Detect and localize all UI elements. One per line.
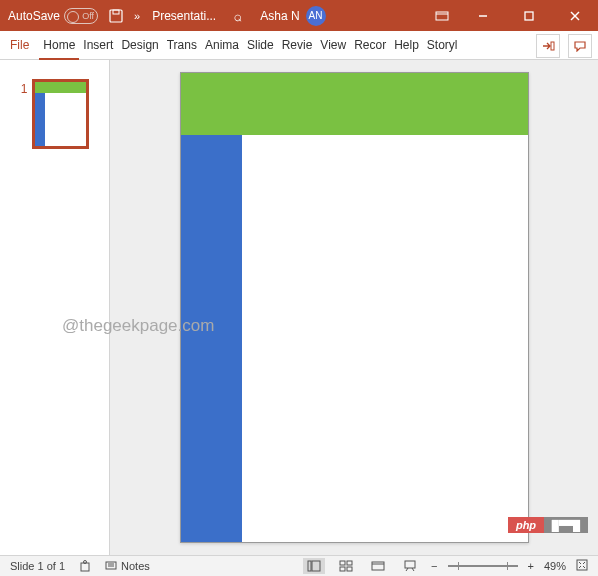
- notes-button[interactable]: Notes: [105, 560, 150, 572]
- svg-rect-8: [551, 42, 554, 50]
- tab-insert[interactable]: Insert: [79, 30, 117, 59]
- thumb-green-bar: [35, 82, 86, 93]
- svg-rect-5: [525, 12, 533, 20]
- thumb-body: [35, 93, 86, 146]
- tab-file[interactable]: File: [0, 30, 39, 59]
- tab-recording[interactable]: Recor: [350, 30, 390, 59]
- minimize-button[interactable]: [460, 0, 506, 31]
- slide-counter[interactable]: Slide 1 of 1: [10, 560, 65, 572]
- svg-rect-14: [308, 561, 311, 571]
- notes-label: Notes: [121, 560, 150, 572]
- svg-rect-25: [577, 560, 587, 570]
- thumbnail-row[interactable]: 1: [21, 80, 89, 148]
- tab-animations[interactable]: Anima: [201, 30, 243, 59]
- svg-rect-17: [347, 561, 352, 565]
- watermark-text: @thegeekpage.com: [62, 316, 214, 336]
- slideshow-icon[interactable]: [399, 558, 421, 574]
- maximize-button[interactable]: [506, 0, 552, 31]
- svg-rect-15: [312, 561, 320, 571]
- normal-view-icon[interactable]: [303, 558, 325, 574]
- autosave-label: AutoSave: [8, 9, 60, 23]
- thumbnail-panel[interactable]: 1: [0, 60, 110, 555]
- svg-rect-16: [340, 561, 345, 565]
- comments-icon[interactable]: [568, 34, 592, 58]
- search-icon[interactable]: ⌕: [234, 8, 242, 24]
- svg-rect-2: [436, 12, 448, 20]
- svg-rect-19: [347, 567, 352, 571]
- slide-green-bar: [181, 73, 528, 135]
- svg-rect-9: [81, 563, 89, 571]
- zoom-out-icon[interactable]: −: [431, 560, 437, 572]
- user-account[interactable]: Asha N AN: [260, 6, 325, 26]
- tab-review[interactable]: Revie: [278, 30, 317, 59]
- reading-view-icon[interactable]: [367, 558, 389, 574]
- tab-help[interactable]: Help: [390, 30, 423, 59]
- thumb-blue-bar: [35, 93, 45, 146]
- autosave-state: Off: [82, 11, 94, 21]
- close-button[interactable]: [552, 0, 598, 31]
- tab-design[interactable]: Design: [117, 30, 162, 59]
- slide-sorter-icon[interactable]: [335, 558, 357, 574]
- slide-body: [181, 135, 528, 542]
- slide-canvas-area[interactable]: @thegeekpage.com php █▀▀█: [110, 60, 598, 555]
- tab-slide-show[interactable]: Slide: [243, 30, 278, 59]
- svg-rect-22: [405, 561, 415, 568]
- zoom-percent[interactable]: 49%: [544, 560, 566, 572]
- zoom-slider[interactable]: [448, 565, 518, 567]
- autosave-control[interactable]: AutoSave Off: [8, 8, 98, 24]
- zoom-in-icon[interactable]: +: [528, 560, 534, 572]
- tab-view[interactable]: View: [316, 30, 350, 59]
- svg-rect-20: [372, 562, 384, 570]
- slide-blue-bar: [181, 135, 242, 542]
- slide[interactable]: [180, 72, 529, 543]
- status-bar: Slide 1 of 1 Notes − + 49%: [0, 555, 598, 576]
- save-icon[interactable]: [108, 8, 124, 24]
- user-name: Asha N: [260, 9, 299, 23]
- work-area: 1 @thegeekpage.com php █▀▀█: [0, 60, 598, 555]
- svg-rect-18: [340, 567, 345, 571]
- php-badge-right: █▀▀█: [544, 520, 588, 531]
- fit-to-window-icon[interactable]: [576, 559, 588, 573]
- thumbnail-number: 1: [21, 82, 28, 96]
- avatar: AN: [306, 6, 326, 26]
- tab-transitions[interactable]: Trans: [163, 30, 201, 59]
- php-badge: php █▀▀█: [508, 517, 588, 533]
- share-icon[interactable]: [536, 34, 560, 58]
- slide-thumbnail[interactable]: [33, 80, 88, 148]
- accessibility-icon[interactable]: [79, 560, 91, 572]
- tab-home[interactable]: Home: [39, 31, 79, 60]
- autosave-toggle[interactable]: Off: [64, 8, 98, 24]
- tab-storyline[interactable]: Storyl: [423, 30, 462, 59]
- document-title[interactable]: Presentati...: [152, 9, 216, 23]
- title-bar: AutoSave Off » Presentati... ⌕ Asha N AN: [0, 0, 598, 31]
- php-badge-left: php: [508, 517, 544, 533]
- quick-access-overflow[interactable]: »: [134, 10, 140, 22]
- svg-point-10: [84, 561, 87, 564]
- window-controls: [424, 0, 598, 31]
- svg-rect-0: [110, 10, 122, 22]
- ribbon-tabs: File Home Insert Design Trans Anima Slid…: [0, 31, 598, 60]
- svg-rect-1: [113, 10, 119, 14]
- ribbon-display-icon[interactable]: [424, 0, 460, 31]
